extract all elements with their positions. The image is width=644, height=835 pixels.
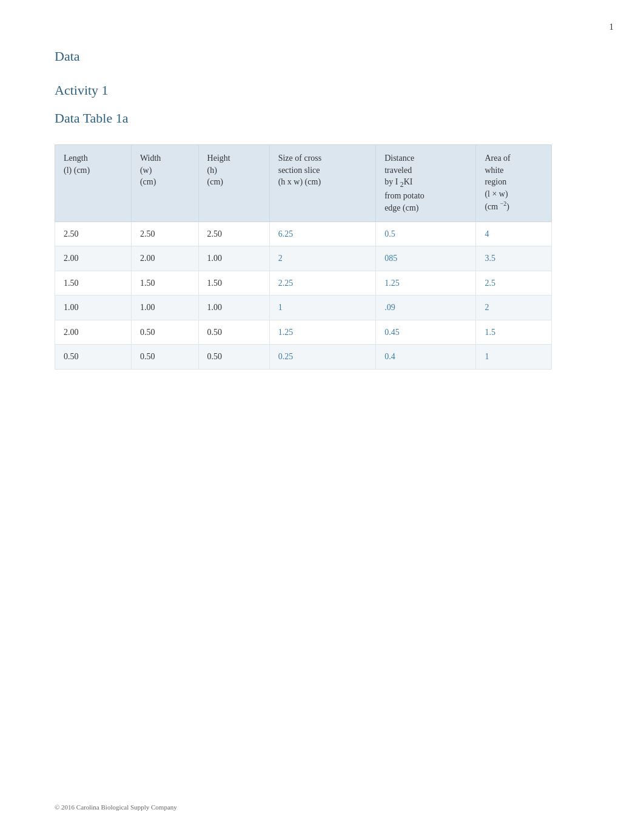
table-cell: 1.50	[55, 271, 132, 296]
table-cell: 2.5	[476, 271, 552, 296]
table-cell: 2.50	[131, 221, 198, 246]
table-cell: 0.45	[376, 320, 476, 345]
table-cell: 1	[269, 296, 375, 320]
table-cell: 2.50	[55, 221, 132, 246]
table-cell: 2.00	[55, 246, 132, 271]
table-cell: 2	[269, 246, 375, 271]
table-cell: 2	[476, 296, 552, 320]
table-cell: 0.50	[55, 345, 132, 370]
table-cell: 2.00	[131, 246, 198, 271]
activity-title: Activity 1	[55, 83, 595, 98]
table-cell: 0.50	[198, 320, 269, 345]
table-title: Data Table 1a	[55, 110, 595, 126]
table-cell: 0.50	[198, 345, 269, 370]
table-cell: 1.00	[198, 296, 269, 320]
data-table: Length(l) (cm) Width(w)(cm) Height(h)(cm…	[55, 144, 552, 370]
col-header-cross-section: Size of crosssection slice(h x w) (cm)	[269, 145, 375, 222]
col-header-width: Width(w)(cm)	[131, 145, 198, 222]
table-cell: 1.00	[55, 296, 132, 320]
table-cell: 6.25	[269, 221, 375, 246]
table-cell: 085	[376, 246, 476, 271]
table-cell: .09	[376, 296, 476, 320]
table-cell: 0.4	[376, 345, 476, 370]
table-cell: 1	[476, 345, 552, 370]
col-header-distance: Distancetraveledby I 2KIfrom potatoedge …	[376, 145, 476, 222]
col-header-height: Height(h)(cm)	[198, 145, 269, 222]
table-cell: 1.25	[269, 320, 375, 345]
table-cell: 0.25	[269, 345, 375, 370]
col-header-length: Length(l) (cm)	[55, 145, 132, 222]
section-title: Data	[55, 49, 595, 64]
table-cell: 4	[476, 221, 552, 246]
table-cell: 0.50	[131, 320, 198, 345]
table-cell: 2.25	[269, 271, 375, 296]
table-cell: 1.00	[198, 246, 269, 271]
table-cell: 0.5	[376, 221, 476, 246]
table-cell: 1.50	[131, 271, 198, 296]
table-cell: 1.5	[476, 320, 552, 345]
table-cell: 1.25	[376, 271, 476, 296]
table-cell: 1.00	[131, 296, 198, 320]
table-cell: 1.50	[198, 271, 269, 296]
table-cell: 2.00	[55, 320, 132, 345]
col-header-area: Area ofwhiteregion(l × w)(cm −2)	[476, 145, 552, 222]
page-number: 1	[609, 22, 614, 32]
table-cell: 2.50	[198, 221, 269, 246]
table-cell: 0.50	[131, 345, 198, 370]
footer-copyright: © 2016 Carolina Biological Supply Compan…	[55, 803, 177, 811]
table-cell: 3.5	[476, 246, 552, 271]
